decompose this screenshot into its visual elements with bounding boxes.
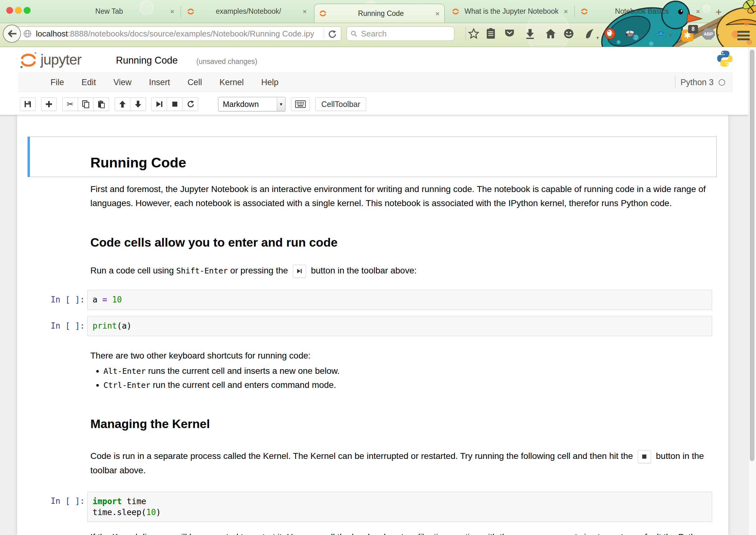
tab-close-icon[interactable]: × [696, 8, 700, 14]
window-minimize-button[interactable] [15, 7, 22, 14]
kernel-idle-icon [718, 79, 725, 86]
menu-view[interactable]: View [113, 78, 131, 87]
url-text[interactable]: localhost:8888/notebooks/docs/source/exa… [36, 29, 314, 39]
tab-close-icon[interactable]: × [436, 10, 439, 17]
kernel-divider [675, 76, 675, 89]
toolbar-separator [466, 27, 466, 41]
kbd-ctrl-enter: Ctrl-Enter [103, 381, 150, 390]
abp-label: ABP [704, 32, 713, 37]
adblock-plus-icon[interactable]: ABP [702, 27, 715, 40]
chevron-down-icon[interactable]: ▾ [717, 32, 719, 38]
run-line-pre: Run a code cell using [90, 266, 176, 275]
feedback-smiley-icon[interactable] [563, 27, 574, 40]
arrow-down-icon [135, 100, 142, 108]
tab-close-icon[interactable]: × [564, 8, 568, 14]
back-button[interactable] [3, 25, 21, 43]
tab-what-is-jupyter[interactable]: What is the Jupyter Notebook × [447, 0, 573, 23]
kernel-para-pre: Code is run in a separate process called… [90, 451, 635, 461]
copy-icon [82, 100, 90, 108]
run-cell-button[interactable] [151, 97, 167, 111]
duckduckgo-icon[interactable] [604, 27, 616, 40]
menu-hamburger-icon[interactable] [737, 31, 750, 40]
chevron-down-icon[interactable]: ▾ [669, 32, 672, 38]
code-cell-input[interactable]: print(a) [87, 316, 712, 336]
arrow-up-icon [119, 100, 126, 108]
command-palette-button[interactable] [291, 97, 310, 111]
menu-insert[interactable]: Insert [149, 78, 170, 87]
tab-close-icon[interactable]: × [303, 8, 307, 14]
reload-icon[interactable] [328, 30, 337, 38]
copy-cell-button[interactable] [78, 97, 94, 111]
code-line: a = 10 [93, 294, 707, 305]
cell-type-select[interactable]: Markdown ▼ [218, 97, 285, 111]
heading-running-code: Running Code [90, 155, 186, 171]
interrupt-kernel-button[interactable] [167, 97, 183, 111]
kbd-alt-enter: Alt-Enter [103, 367, 146, 376]
window-zoom-button[interactable] [24, 7, 31, 14]
menu-help[interactable]: Help [261, 78, 279, 87]
jupyter-logo-text[interactable]: jupyter [40, 51, 81, 68]
downloads-icon[interactable] [526, 27, 535, 40]
keyboard-icon [295, 100, 306, 108]
notebook-title[interactable]: Running Code [116, 55, 177, 66]
tab-running-code-active[interactable]: Running Code × [314, 4, 445, 23]
clipped-paragraph: If the Kernel dies you will be prompted … [90, 530, 717, 535]
restart-kernel-button[interactable] [183, 97, 198, 111]
bullet-text: runs the current cell and inserts a new … [146, 366, 340, 376]
python-logo-icon [716, 50, 734, 67]
intro-paragraph: First and foremost, the Jupyter Notebook… [90, 182, 709, 210]
restart-icon [187, 100, 194, 108]
tab-label: Notebook Basics [591, 7, 692, 15]
scrollbar-thumb[interactable] [750, 49, 754, 461]
globe-icon [23, 30, 32, 38]
jupyter-logo-icon[interactable] [19, 50, 38, 70]
kernel-paragraph: Code is run in a separate process called… [90, 449, 717, 478]
search-box[interactable] [346, 26, 454, 41]
list-item: Alt-Enter runs the current cell and inse… [103, 364, 340, 378]
kbd-shift-enter: Shift-Enter [176, 266, 228, 275]
tab-label: Running Code [330, 9, 432, 18]
quill-share-icon[interactable] [584, 27, 595, 40]
jupyter-menubar: File Edit View Insert Cell Kernel Help P… [19, 73, 732, 92]
window-close-button[interactable] [6, 7, 13, 14]
url-bar[interactable]: localhost:8888/notebooks/docs/source/exa… [16, 26, 341, 41]
search-input[interactable] [360, 29, 450, 39]
move-cell-up-button[interactable] [115, 97, 130, 111]
home-icon[interactable] [545, 27, 556, 40]
tab-new-tab[interactable]: New Tab × [47, 0, 179, 23]
extension-badge: 8 [688, 25, 698, 33]
menu-edit[interactable]: Edit [82, 78, 96, 87]
tab-examples-notebook[interactable]: examples/Notebook/ × [182, 0, 311, 23]
bug-extension-icon[interactable] [624, 27, 636, 40]
bookmark-star-icon[interactable] [468, 27, 479, 40]
paste-icon [97, 100, 105, 108]
selected-cell-accent-bar [28, 137, 30, 177]
tab-divider [181, 6, 181, 17]
chevron-down-icon[interactable]: ▾ [640, 32, 643, 38]
move-cell-down-button[interactable] [130, 97, 146, 111]
chevron-down-icon[interactable]: ▾ [596, 35, 599, 41]
jupyter-favicon-icon [452, 8, 459, 15]
blue-extension-icon[interactable] [656, 27, 666, 40]
run-instruction-line: Run a code cell using Shift-Enter or pre… [90, 264, 417, 278]
menu-kernel[interactable]: Kernel [219, 78, 244, 87]
reading-list-icon[interactable] [486, 27, 496, 40]
kernel-name: Python 3 [680, 78, 714, 87]
menu-file[interactable]: File [50, 78, 64, 87]
page-scrollbar[interactable] [748, 47, 756, 535]
save-button[interactable] [20, 97, 36, 111]
tab-divider [574, 6, 575, 17]
shortcuts-list: Alt-Enter runs the current cell and inse… [93, 364, 340, 392]
menu-cell[interactable]: Cell [188, 78, 202, 87]
cut-cell-button[interactable]: ✂ [62, 97, 78, 111]
new-tab-button[interactable]: + [716, 8, 722, 16]
pocket-icon[interactable] [504, 27, 515, 40]
insert-cell-below-button[interactable] [41, 97, 57, 111]
code-cell-input[interactable]: import time time.sleep(10) [87, 492, 712, 522]
code-cell-input[interactable]: a = 10 [87, 290, 712, 310]
tab-close-icon[interactable]: × [171, 8, 174, 14]
paste-cell-button[interactable] [94, 97, 109, 111]
tab-notebook-basics[interactable]: Notebook Basics × [576, 0, 705, 23]
code-line: time.sleep(10) [93, 507, 707, 518]
cell-toolbar-button[interactable]: CellToolbar [315, 97, 366, 111]
